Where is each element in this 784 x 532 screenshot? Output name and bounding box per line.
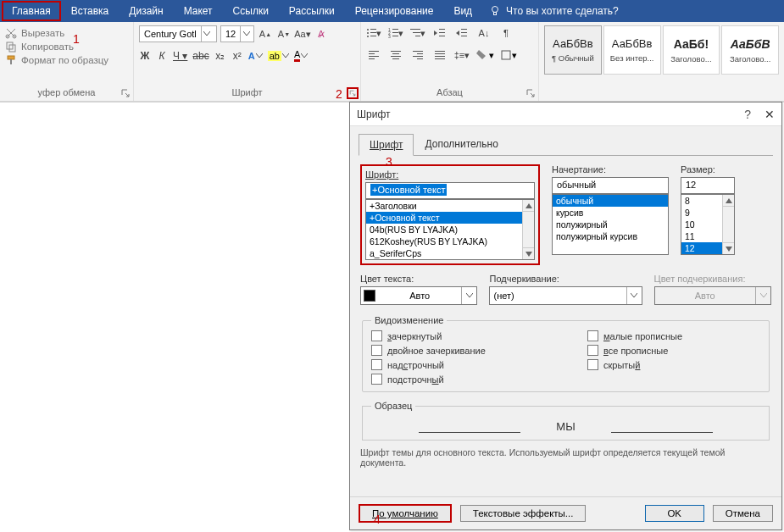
size-list[interactable]: 8 9 10 11 12 bbox=[681, 194, 735, 255]
size-input[interactable]: 12 bbox=[681, 177, 735, 194]
grow-font-button[interactable]: A▲ bbox=[258, 26, 273, 42]
align-right-button[interactable] bbox=[410, 47, 425, 63]
list-item[interactable]: 8 bbox=[681, 195, 722, 207]
tellme[interactable]: Что вы хотите сделать? bbox=[489, 5, 619, 17]
list-item[interactable]: 612Koshey(RUS BY LYAJKA) bbox=[366, 236, 534, 247]
scrollbar[interactable] bbox=[522, 200, 534, 259]
scrollbar[interactable] bbox=[722, 195, 734, 254]
numbering-button[interactable]: 123▾ bbox=[388, 25, 403, 41]
format-painter-label: Формат по образцу bbox=[21, 55, 108, 65]
close-icon[interactable]: ✕ bbox=[765, 108, 775, 121]
list-item[interactable]: 10 bbox=[681, 219, 722, 230]
italic-button[interactable]: К bbox=[156, 50, 168, 62]
list-item[interactable]: курсив bbox=[553, 207, 668, 219]
subsuper-button[interactable]: x₂ bbox=[214, 50, 226, 62]
increase-indent-button[interactable] bbox=[454, 25, 470, 41]
font-launcher[interactable] bbox=[347, 87, 359, 99]
sample-rule bbox=[611, 418, 713, 433]
scroll-up-icon[interactable] bbox=[723, 195, 734, 207]
tab-view[interactable]: Вид bbox=[443, 1, 482, 21]
style-picker-label: Начертание: bbox=[552, 164, 669, 175]
bullets-button[interactable]: ▾ bbox=[366, 25, 381, 41]
line-spacing-button[interactable]: ‡≡▾ bbox=[454, 47, 470, 63]
super-button[interactable]: x² bbox=[231, 50, 243, 62]
clipboard-launcher[interactable] bbox=[120, 87, 131, 99]
list-item[interactable]: полужирный bbox=[553, 219, 668, 230]
tab-design[interactable]: Дизайн bbox=[119, 1, 173, 21]
show-marks-button[interactable]: ¶ bbox=[498, 25, 514, 41]
style-heading2[interactable]: АаБбВ Заголово... bbox=[721, 25, 779, 75]
scroll-up-icon[interactable] bbox=[523, 200, 534, 212]
clear-formatting-button[interactable]: A̷ bbox=[314, 26, 329, 42]
tab-review[interactable]: Рецензирование bbox=[345, 1, 444, 21]
tab-insert[interactable]: Вставка bbox=[61, 1, 120, 21]
color-combo[interactable]: Авто bbox=[360, 286, 477, 305]
tab-font[interactable]: Шрифт bbox=[359, 134, 414, 156]
decrease-indent-button[interactable] bbox=[432, 25, 448, 41]
font-size-combo[interactable]: 12 bbox=[220, 25, 254, 42]
list-item[interactable]: 04b(RUS BY LYAJKA) bbox=[366, 224, 534, 236]
strike-button[interactable]: abc bbox=[192, 50, 209, 62]
svg-rect-40 bbox=[417, 58, 423, 59]
strike-checkbox[interactable]: зачеркнутый bbox=[371, 330, 587, 341]
scroll-down-icon[interactable] bbox=[523, 247, 534, 259]
tab-advanced[interactable]: Дополнительно bbox=[414, 133, 509, 155]
smallcaps-checkbox[interactable]: малые прописные bbox=[587, 330, 760, 341]
format-painter-button[interactable]: Формат по образцу bbox=[5, 54, 128, 66]
underline-style-combo[interactable]: (нет) bbox=[489, 286, 642, 305]
text-effects-button[interactable]: A bbox=[248, 51, 263, 61]
cut-button[interactable]: Вырезать bbox=[5, 27, 128, 39]
ok-button[interactable]: OK bbox=[645, 505, 704, 522]
borders-button[interactable]: ▾ bbox=[501, 50, 517, 61]
align-justify-button[interactable] bbox=[432, 47, 448, 63]
sort-button[interactable]: A↓ bbox=[476, 25, 492, 41]
cancel-button[interactable]: Отмена bbox=[713, 505, 773, 522]
style-list[interactable]: обычный курсив полужирный полужирный кур… bbox=[552, 194, 669, 255]
align-center-button[interactable] bbox=[388, 47, 403, 63]
font-color-button[interactable]: A bbox=[294, 49, 308, 62]
shrink-font-button[interactable]: A▼ bbox=[276, 26, 292, 42]
style-no-spacing[interactable]: АаБбВв Без интер... bbox=[603, 25, 661, 75]
shading-button[interactable]: ▾ bbox=[476, 50, 494, 61]
chevron-down-icon bbox=[201, 26, 213, 42]
svg-rect-24 bbox=[439, 32, 445, 33]
tab-mailings[interactable]: Рассылки bbox=[279, 1, 345, 21]
align-left-button[interactable] bbox=[366, 47, 381, 63]
copy-button[interactable]: Копировать bbox=[5, 41, 128, 53]
svg-rect-22 bbox=[415, 36, 420, 36]
font-input[interactable]: +Основной текст bbox=[365, 182, 535, 199]
tab-home[interactable]: Главная bbox=[2, 1, 61, 21]
list-item[interactable]: a_SeriferCps bbox=[366, 247, 534, 259]
font-list[interactable]: +Заголовки +Основной текст 04b(RUS BY LY… bbox=[365, 199, 535, 260]
list-item[interactable]: 11 bbox=[681, 230, 722, 242]
default-button[interactable]: По умолчанию bbox=[359, 504, 452, 523]
sub-checkbox[interactable]: подстрочный bbox=[371, 374, 587, 385]
change-case-button[interactable]: Aa▾ bbox=[295, 26, 310, 42]
list-item[interactable]: +Заголовки bbox=[366, 200, 534, 212]
list-item[interactable]: 9 bbox=[681, 207, 722, 219]
underline-button[interactable]: Ч ▾ bbox=[173, 50, 187, 62]
svg-rect-29 bbox=[369, 51, 379, 52]
multilevel-button[interactable]: ▾ bbox=[410, 25, 425, 41]
style-input[interactable]: обычный bbox=[552, 177, 669, 194]
tab-layout[interactable]: Макет bbox=[174, 1, 223, 21]
font-name-combo[interactable]: Century Gotl bbox=[139, 25, 217, 42]
highlight-button[interactable]: ab bbox=[268, 51, 289, 61]
style-normal[interactable]: АаБбВв ¶ Обычный bbox=[544, 25, 602, 75]
list-item[interactable]: полужирный курсив bbox=[553, 230, 668, 242]
list-item[interactable]: +Основной текст bbox=[366, 212, 534, 224]
bold-button[interactable]: Ж bbox=[139, 50, 151, 62]
help-icon[interactable]: ? bbox=[744, 108, 751, 121]
dblstrike-checkbox[interactable]: двойное зачеркивание bbox=[371, 345, 587, 356]
list-item[interactable]: 12 bbox=[681, 242, 722, 254]
list-item[interactable]: обычный bbox=[553, 195, 668, 207]
hidden-checkbox[interactable]: скрытый bbox=[587, 359, 760, 370]
super-checkbox[interactable]: надстрочный bbox=[371, 359, 587, 370]
text-effects-button[interactable]: Текстовые эффекты... bbox=[460, 505, 587, 522]
style-heading1[interactable]: АаБб! Заголово... bbox=[663, 25, 720, 75]
tab-references[interactable]: Ссылки bbox=[223, 1, 279, 21]
allcaps-checkbox[interactable]: все прописные bbox=[587, 345, 760, 356]
style-sample: АаБбВв bbox=[612, 37, 653, 50]
paragraph-launcher[interactable] bbox=[525, 87, 537, 99]
scroll-down-icon[interactable] bbox=[723, 242, 734, 254]
